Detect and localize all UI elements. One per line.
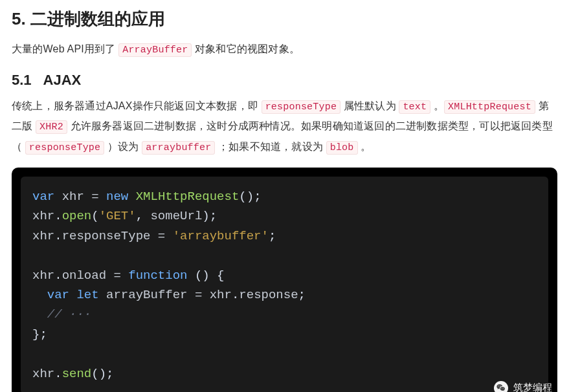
text: ）设为 xyxy=(104,141,142,152)
code-op: = xyxy=(106,268,128,283)
watermark: 筑梦编程 xyxy=(494,381,552,392)
wechat-icon xyxy=(494,381,508,392)
code-property: responseType xyxy=(62,229,151,243)
subsection-number: 5.1 xyxy=(12,72,32,88)
code-keyword: new xyxy=(106,190,128,204)
inline-code: blob xyxy=(326,141,358,155)
code-identifier: xhr xyxy=(210,288,232,302)
code-identifier: arrayBuffer xyxy=(106,288,187,302)
code-punct: . xyxy=(54,268,61,283)
code-string: 'GET' xyxy=(99,209,136,223)
text: 大量的Web API用到了 xyxy=(12,43,118,54)
description-paragraph: 传统上，服务器通过AJAX操作只能返回文本数据，即 responseType 属… xyxy=(12,96,557,158)
code-comment: // ··· xyxy=(47,307,91,321)
code-op: = xyxy=(187,288,209,302)
text: 。 xyxy=(430,100,444,111)
code-identifier: xhr xyxy=(62,190,84,204)
code-keyword: var xyxy=(47,288,69,302)
code-punct: ; xyxy=(298,288,306,302)
code-identifier: someUrl xyxy=(150,209,202,223)
code-punct: () xyxy=(91,367,106,381)
code-punct: () xyxy=(239,190,254,204)
section-number: 5. xyxy=(12,9,26,28)
code-op: = xyxy=(84,190,106,204)
code-property: response xyxy=(239,288,298,302)
code-punct: ) xyxy=(202,209,209,223)
code-punct: . xyxy=(54,229,61,243)
section-heading: 5. 二进制数组的应用 xyxy=(12,8,557,30)
subsection-heading: 5.1AJAX xyxy=(12,72,557,89)
section-title: 二进制数组的应用 xyxy=(30,9,165,28)
code-identifier: xhr xyxy=(32,367,54,381)
code-punct: ( xyxy=(91,209,98,223)
inline-code: responseType xyxy=(262,100,340,114)
text: ；如果不知道，就设为 xyxy=(215,141,326,152)
code-op: = xyxy=(150,229,172,243)
code-punct: , xyxy=(136,209,151,223)
text: 。 xyxy=(358,141,372,152)
text: 传统上，服务器通过AJAX操作只能返回文本数据，即 xyxy=(12,100,262,111)
code-keyword: let xyxy=(76,288,98,302)
code-punct: . xyxy=(232,288,239,302)
code-class: XMLHttpRequest xyxy=(136,190,240,204)
code-keyword: function xyxy=(128,268,187,283)
code-punct: ; xyxy=(269,229,276,243)
code-block-container: var xhr = new XMLHttpRequest(); xhr.open… xyxy=(12,168,557,392)
code-punct: ; xyxy=(39,327,47,342)
code-punct: () xyxy=(195,268,210,283)
code-punct: ; xyxy=(210,209,217,223)
code-punct: } xyxy=(32,327,39,342)
code-method: send xyxy=(62,367,92,381)
code-identifier: xhr xyxy=(32,209,54,223)
inline-code: arraybuffer xyxy=(142,141,215,155)
code-keyword: var xyxy=(32,190,54,204)
code-property: onload xyxy=(62,268,106,283)
code-punct: . xyxy=(54,367,61,381)
inline-code: ArrayBuffer xyxy=(118,43,192,57)
code-identifier: xhr xyxy=(32,229,54,243)
code-string: 'arraybuffer' xyxy=(173,229,269,243)
intro-paragraph: 大量的Web API用到了 ArrayBuffer 对象和它的视图对象。 xyxy=(12,39,557,60)
inline-code: text xyxy=(399,100,430,114)
code-punct: ; xyxy=(254,190,261,204)
code-method: open xyxy=(62,209,92,223)
code-punct: { xyxy=(210,268,225,283)
code-punct: ; xyxy=(106,367,113,381)
text: 属性默认为 xyxy=(340,100,399,111)
subsection-title: AJAX xyxy=(43,72,82,88)
inline-code: XMLHttpRequest xyxy=(444,100,535,114)
code-punct: . xyxy=(54,209,61,223)
code-block: var xhr = new XMLHttpRequest(); xhr.open… xyxy=(21,177,548,392)
watermark-label: 筑梦编程 xyxy=(513,382,552,392)
inline-code: XHR2 xyxy=(36,120,67,134)
text: 对象和它的视图对象。 xyxy=(192,43,300,54)
inline-code: responseType xyxy=(25,141,104,155)
code-identifier: xhr xyxy=(32,268,54,283)
